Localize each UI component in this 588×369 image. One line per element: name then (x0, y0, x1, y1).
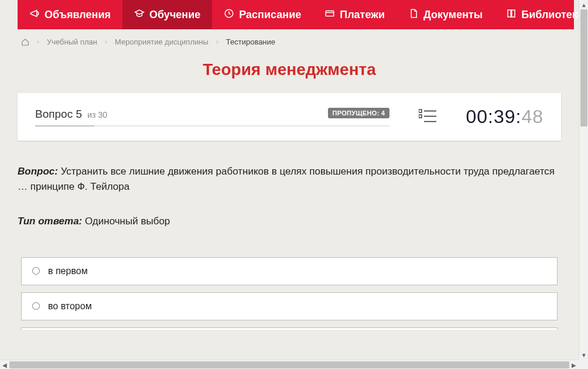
progress-fill (35, 125, 94, 127)
answer-radio[interactable] (32, 302, 40, 310)
question-list-button[interactable] (401, 108, 454, 126)
answer-text: во втором (48, 301, 92, 312)
timer-ms: 48 (521, 106, 543, 127)
question-total-label: из 30 (87, 110, 107, 119)
nav-label: Документы (423, 9, 483, 21)
list-icon (419, 108, 436, 124)
card-icon (324, 8, 335, 22)
home-icon[interactable] (21, 38, 29, 46)
breadcrumb-item[interactable]: Мероприятие дисциплины (115, 37, 208, 46)
nav-label: Расписание (239, 9, 301, 21)
svg-rect-4 (419, 115, 422, 118)
document-icon (408, 8, 419, 22)
nav-item-announcements[interactable]: Объявления (18, 0, 122, 29)
nav-label: Обучение (149, 9, 200, 21)
timer-main: 00:39: (466, 106, 521, 127)
nav-item-library[interactable]: Библиотека (494, 0, 579, 29)
progress-bar (35, 125, 389, 127)
answer-text: в первом (48, 266, 88, 276)
question-body: Вопрос: Устранить все лишние движения ра… (0, 164, 579, 229)
scroll-thumb[interactable] (580, 9, 587, 127)
chevron-right-icon (35, 39, 41, 45)
breadcrumb-item[interactable]: Учебный план (47, 37, 97, 46)
answer-type-value: Одиночный выбор (85, 216, 170, 227)
nav-item-learning[interactable]: Обучение (122, 0, 212, 29)
answer-option[interactable] (21, 327, 558, 330)
answer-list: в первом во втором (0, 257, 579, 330)
megaphone-icon (29, 8, 40, 22)
answer-type-block: Тип ответа: Одиночный выбор (18, 214, 561, 229)
horizontal-scrollbar[interactable]: ◀ ▶ (0, 360, 579, 369)
chevron-right-icon (214, 39, 220, 45)
scroll-corner (579, 360, 588, 369)
nav-label: Платежи (340, 9, 385, 21)
question-number-label: Вопрос 5 (35, 108, 82, 120)
scroll-thumb[interactable] (9, 361, 569, 368)
answer-radio[interactable] (32, 267, 40, 275)
answer-option[interactable]: в первом (21, 257, 558, 285)
book-icon (506, 8, 517, 22)
question-label: Вопрос: (18, 166, 58, 177)
vertical-scrollbar[interactable]: ▲ ▼ (579, 0, 588, 360)
breadcrumb: Учебный план Мероприятие дисциплины Тест… (0, 29, 579, 54)
scroll-up-arrow[interactable]: ▲ (579, 0, 588, 9)
nav-item-documents[interactable]: Документы (396, 0, 494, 29)
chevron-right-icon (103, 39, 109, 45)
answer-option[interactable]: во втором (21, 292, 558, 320)
question-text-block: Вопрос: Устранить все лишние движения ра… (18, 164, 561, 194)
page-title: Теория менеджмента (0, 60, 579, 79)
scroll-right-arrow[interactable]: ▶ (569, 360, 579, 369)
nav-label: Библиотека (521, 9, 579, 21)
skipped-badge: ПРОПУЩЕНО: 4 (328, 108, 390, 118)
breadcrumb-item-current: Тестирование (226, 37, 275, 46)
question-progress-block: ПРОПУЩЕНО: 4 Вопрос 5 из 30 (35, 108, 389, 127)
top-nav: Объявления Обучение Расписание Платежи Д… (18, 0, 574, 29)
clock-icon (224, 8, 234, 22)
nav-item-payments[interactable]: Платежи (313, 0, 396, 29)
scroll-down-arrow[interactable]: ▼ (579, 350, 588, 360)
answer-type-label: Тип ответа: (18, 216, 82, 227)
svg-rect-2 (419, 110, 422, 112)
question-header: ПРОПУЩЕНО: 4 Вопрос 5 из 30 00:39:48 (18, 93, 561, 141)
question-text: Устранить все лишние движения работников… (18, 166, 555, 192)
nav-item-schedule[interactable]: Расписание (212, 0, 313, 29)
nav-label: Объявления (45, 9, 111, 21)
scroll-left-arrow[interactable]: ◀ (0, 360, 9, 369)
timer: 00:39:48 (466, 106, 543, 128)
svg-rect-1 (326, 11, 334, 16)
graduation-icon (134, 8, 145, 22)
